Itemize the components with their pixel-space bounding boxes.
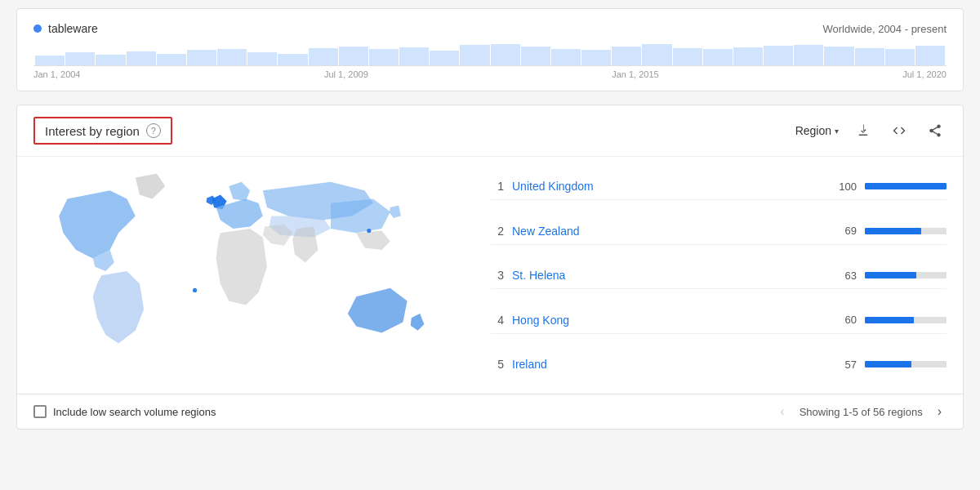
rank-number: 5 [491, 358, 504, 371]
rank-bar-container [865, 183, 947, 189]
bar [157, 54, 186, 66]
term-label: tableware [48, 22, 98, 35]
help-icon[interactable]: ? [146, 123, 161, 138]
rank-value: 69 [832, 225, 857, 237]
timeline-label-1: Jan 1, 2004 [33, 69, 81, 79]
bar [35, 56, 65, 65]
rank-bar-fill [865, 317, 914, 323]
region-section: Interest by region ? Region ▾ [16, 105, 964, 430]
chart-section: tableware Worldwide, 2004 - present [16, 8, 964, 91]
rank-number: 2 [491, 225, 504, 238]
timeline-label-3: Jan 1, 2015 [612, 69, 659, 79]
rank-value: 57 [832, 359, 857, 371]
bar [187, 50, 216, 65]
bar [369, 49, 399, 65]
table-row: 2 New Zealand 69 [491, 218, 947, 245]
bar [824, 47, 853, 65]
table-row: 1 United Kingdom 100 [491, 173, 947, 200]
world-map [33, 165, 458, 377]
rank-value: 63 [832, 270, 857, 282]
bar [764, 46, 793, 65]
bar [521, 47, 550, 65]
bar [127, 51, 156, 65]
pagination-text: Showing 1-5 of 56 regions [800, 406, 923, 418]
low-volume-checkbox[interactable]: Include low search volume regions [33, 405, 216, 418]
bar [309, 48, 338, 65]
table-row: 5 Ireland 57 [491, 351, 947, 377]
bar [885, 49, 915, 65]
table-row: 4 Hong Kong 60 [491, 307, 947, 334]
share-button[interactable] [924, 119, 947, 142]
table-row: 3 St. Helena 63 [491, 262, 947, 289]
bar [673, 48, 702, 65]
bar [855, 48, 884, 65]
chart-term: tableware [33, 22, 98, 35]
region-body: 1 United Kingdom 100 2 New Zealand 69 3 … [17, 157, 963, 394]
bar [399, 47, 429, 65]
rank-bar-fill [865, 361, 911, 368]
bar [612, 47, 641, 65]
dropdown-label: Region [795, 124, 831, 137]
term-dot [33, 24, 42, 33]
rankings-table: 1 United Kingdom 100 2 New Zealand 69 3 … [491, 165, 947, 377]
checkbox-label-text: Include low search volume regions [53, 406, 216, 418]
svg-point-1 [367, 229, 371, 233]
timeline-label-4: Jul 1, 2020 [902, 69, 947, 79]
bar [430, 51, 459, 65]
region-title-box: Interest by region ? [33, 117, 172, 145]
checkbox-box[interactable] [33, 405, 47, 418]
timeline-labels: Jan 1, 2004 Jul 1, 2009 Jan 1, 2015 Jul … [33, 66, 947, 82]
bar [581, 50, 611, 65]
bar [794, 45, 823, 65]
pagination: ‹ Showing 1-5 of 56 regions › [775, 403, 947, 421]
rank-country-name[interactable]: Ireland [512, 358, 824, 371]
bar [703, 49, 733, 65]
rank-value: 100 [832, 180, 857, 193]
rank-number: 1 [491, 180, 504, 193]
bar [460, 45, 489, 65]
chart-bars [33, 42, 947, 66]
region-dropdown[interactable]: Region ▾ [795, 124, 839, 137]
bar [915, 46, 945, 65]
chevron-down-icon: ▾ [835, 127, 839, 136]
page-wrapper: tableware Worldwide, 2004 - present [0, 8, 980, 430]
rank-country-name[interactable]: Hong Kong [512, 314, 824, 327]
rank-number: 4 [491, 314, 504, 327]
bar [217, 49, 247, 65]
bar [96, 55, 125, 65]
embed-button[interactable] [888, 119, 911, 142]
rank-bar-fill [865, 272, 916, 278]
next-page-button[interactable]: › [933, 403, 947, 421]
chart-range: Worldwide, 2004 - present [822, 23, 947, 35]
bar [339, 47, 368, 65]
prev-page-button[interactable]: ‹ [775, 403, 789, 421]
bar [642, 44, 671, 65]
timeline-label-2: Jul 1, 2009 [324, 69, 368, 79]
rank-bar-container [865, 228, 947, 234]
region-header: Interest by region ? Region ▾ [17, 105, 963, 157]
bar [65, 52, 95, 65]
rank-bar-fill [865, 228, 921, 234]
rank-country-name[interactable]: St. Helena [512, 269, 824, 282]
bar [491, 44, 520, 65]
region-controls: Region ▾ [795, 119, 947, 142]
rank-bar-container [865, 317, 947, 323]
rank-country-name[interactable]: United Kingdom [512, 180, 824, 193]
rank-value: 60 [832, 314, 857, 326]
region-title: Interest by region [45, 124, 140, 138]
rank-bar-container [865, 361, 947, 368]
svg-point-0 [193, 288, 197, 292]
bar [247, 52, 277, 65]
rank-country-name[interactable]: New Zealand [512, 225, 824, 238]
bar [733, 47, 763, 65]
rank-number: 3 [491, 269, 504, 282]
chart-header: tableware Worldwide, 2004 - present [33, 22, 947, 35]
download-button[interactable] [852, 119, 875, 142]
rank-bar-fill [865, 183, 947, 189]
rank-bar-container [865, 272, 947, 278]
bar [551, 49, 581, 65]
region-footer: Include low search volume regions ‹ Show… [17, 394, 963, 429]
bar [278, 54, 307, 65]
